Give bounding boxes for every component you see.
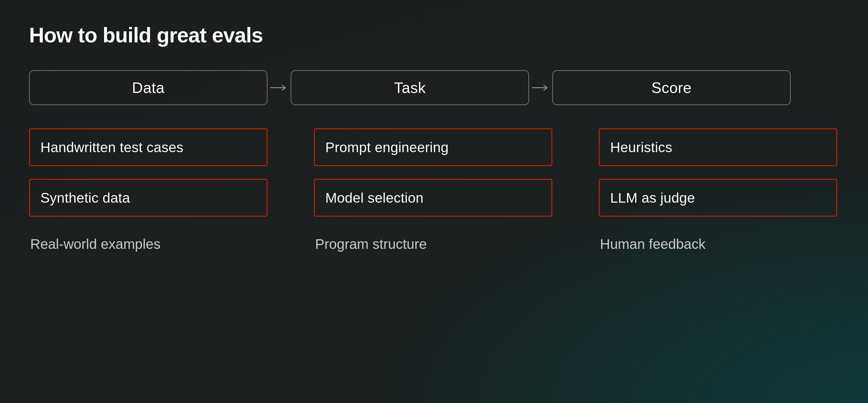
data-plain-label: Real-world examples — [29, 235, 268, 253]
data-item-1: Handwritten test cases — [29, 128, 268, 166]
page-container: How to build great evals Data Task Score — [0, 0, 868, 403]
score-plain-label: Human feedback — [599, 235, 837, 253]
flow-arrow-2 — [529, 82, 552, 94]
data-column: Handwritten test cases Synthetic data Re… — [29, 128, 268, 253]
task-column: Prompt engineering Model selection Progr… — [314, 128, 552, 253]
task-item-1-label: Prompt engineering — [325, 139, 448, 155]
flow-box-task: Task — [291, 70, 529, 105]
score-item-1-label: Heuristics — [610, 139, 672, 155]
task-item-1: Prompt engineering — [314, 128, 552, 166]
task-item-2-label: Model selection — [325, 190, 424, 206]
data-item-2: Synthetic data — [29, 179, 268, 216]
flow-box-task-label: Task — [394, 79, 426, 96]
flow-box-score: Score — [552, 70, 791, 105]
score-item-2-label: LLM as judge — [610, 190, 695, 206]
data-item-2-label: Synthetic data — [40, 190, 130, 206]
page-title: How to build great evals — [29, 23, 839, 47]
flow-box-data: Data — [29, 70, 268, 105]
flow-row: Data Task Score — [29, 70, 839, 105]
flow-box-score-label: Score — [651, 79, 691, 96]
task-plain-label: Program structure — [314, 235, 552, 253]
data-item-1-label: Handwritten test cases — [40, 139, 183, 155]
flow-arrow-1 — [268, 82, 291, 94]
score-item-1: Heuristics — [599, 128, 837, 166]
flow-box-data-label: Data — [132, 79, 164, 96]
score-item-2: LLM as judge — [599, 179, 837, 216]
score-column: Heuristics LLM as judge Human feedback — [599, 128, 837, 253]
task-item-2: Model selection — [314, 179, 552, 216]
items-grid: Handwritten test cases Synthetic data Re… — [29, 128, 839, 253]
